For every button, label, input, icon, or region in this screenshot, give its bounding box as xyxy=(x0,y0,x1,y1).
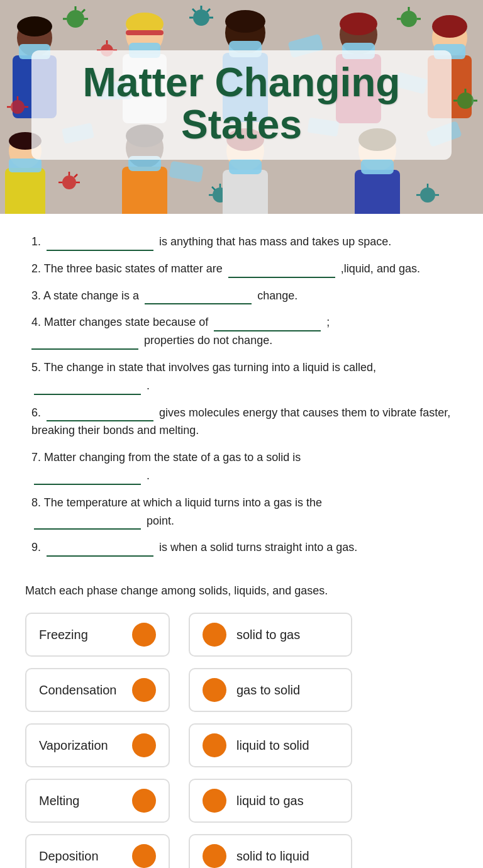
match-grid: Freezing solid to gas Condensation gas t… xyxy=(25,613,458,868)
questions-section: 1. is anything that has mass and takes u… xyxy=(0,214,483,578)
match-card-liquid-to-solid[interactable]: liquid to solid xyxy=(189,723,352,767)
dot-vaporization-left[interactable] xyxy=(132,733,156,757)
svg-point-23 xyxy=(225,10,265,33)
question-7: 7. Matter changing from the state of a g… xyxy=(31,448,452,485)
svg-point-35 xyxy=(340,13,377,35)
gas-to-solid-label: gas to solid xyxy=(236,683,300,698)
q5-text1: 5. The change in state that involves gas… xyxy=(31,361,376,374)
q9-number: 9. xyxy=(31,541,44,554)
q2-number: 2. The three basic states of matter are xyxy=(31,262,226,275)
dot-solid-gas-right[interactable] xyxy=(203,623,226,647)
q7-text1: 7. Matter changing from the state of a g… xyxy=(31,451,301,464)
q5-blank[interactable] xyxy=(34,381,141,395)
header: Matter Changing States xyxy=(0,0,483,214)
q8-text2: point. xyxy=(147,515,174,527)
page-title: Matter Changing States xyxy=(50,62,433,146)
matching-section: Match each phase change among solids, li… xyxy=(0,578,483,868)
liquid-to-solid-label: liquid to solid xyxy=(236,738,309,753)
question-4: 4. Matter changes state because of ; pro… xyxy=(31,313,452,350)
q8-blank[interactable] xyxy=(34,516,141,530)
q7-text2: . xyxy=(147,469,150,482)
dot-liquid-gas-right[interactable] xyxy=(203,789,226,813)
question-9: 9. is when a solid turns straight into a… xyxy=(31,538,452,557)
q4-blank1[interactable] xyxy=(214,318,321,331)
svg-rect-67 xyxy=(223,170,268,214)
dot-solid-liquid-right[interactable] xyxy=(203,844,226,868)
svg-rect-72 xyxy=(361,159,394,174)
svg-point-74 xyxy=(457,92,474,109)
title-box: Matter Changing States xyxy=(31,50,452,160)
match-card-solid-to-liquid[interactable]: solid to liquid xyxy=(189,834,352,868)
match-row-1: Freezing solid to gas xyxy=(25,613,458,657)
deposition-label: Deposition xyxy=(39,849,99,864)
vaporization-label: Vaporization xyxy=(39,738,108,753)
match-card-deposition[interactable]: Deposition xyxy=(25,834,170,868)
svg-rect-49 xyxy=(9,159,42,172)
q1-number: 1. xyxy=(31,235,41,248)
svg-point-39 xyxy=(432,15,467,38)
q2-text: ,liquid, and gas. xyxy=(341,262,420,275)
match-card-condensation[interactable]: Condensation xyxy=(25,668,170,712)
question-2: 2. The three basic states of matter are … xyxy=(31,260,452,278)
svg-point-78 xyxy=(11,100,25,114)
match-row-4: Melting liquid to gas xyxy=(25,779,458,823)
q5-text2: . xyxy=(147,379,150,392)
svg-rect-57 xyxy=(122,167,167,214)
q4-blank2[interactable] xyxy=(31,336,138,350)
q8-text1: 8. The temperature at which a liquid tur… xyxy=(31,496,322,509)
dot-melting-left[interactable] xyxy=(132,789,156,813)
q4-text3: properties do not change. xyxy=(144,334,272,347)
question-6: 6. gives molecules energy that causes th… xyxy=(31,404,452,440)
q1-text: is anything that has mass and takes up s… xyxy=(159,235,391,248)
svg-rect-12 xyxy=(126,30,164,35)
q6-number: 6. xyxy=(31,406,44,419)
q2-blank[interactable] xyxy=(228,264,335,278)
q3-text: change. xyxy=(257,289,297,302)
svg-point-42 xyxy=(401,11,417,27)
match-card-melting[interactable]: Melting xyxy=(25,779,170,823)
condensation-label: Condensation xyxy=(39,683,116,698)
match-row-3: Vaporization liquid to solid xyxy=(25,723,458,767)
q6-blank[interactable] xyxy=(47,408,153,421)
dot-gas-solid-right[interactable] xyxy=(203,678,226,702)
dot-deposition-left[interactable] xyxy=(132,844,156,868)
q9-text: is when a solid turns straight into a ga… xyxy=(159,541,357,554)
liquid-to-gas-label: liquid to gas xyxy=(236,794,304,808)
q1-blank[interactable] xyxy=(47,237,153,251)
dot-freezing-left[interactable] xyxy=(132,623,156,647)
match-row-5: Deposition solid to liquid xyxy=(25,834,458,868)
q3-blank[interactable] xyxy=(145,291,252,304)
q4-text1: 4. Matter changes state because of xyxy=(31,316,211,328)
match-card-liquid-to-gas[interactable]: liquid to gas xyxy=(189,779,352,823)
svg-point-5 xyxy=(67,10,84,28)
q4-text2: ; xyxy=(326,316,330,328)
q9-blank[interactable] xyxy=(47,543,153,557)
match-instruction: Match each phase change among solids, li… xyxy=(25,584,458,598)
solid-to-liquid-label: solid to liquid xyxy=(236,849,309,864)
q7-blank[interactable] xyxy=(34,471,141,485)
question-5: 5. The change in state that involves gas… xyxy=(31,359,452,395)
question-1: 1. is anything that has mass and takes u… xyxy=(31,233,452,251)
question-8: 8. The temperature at which a liquid tur… xyxy=(31,494,452,530)
freezing-label: Freezing xyxy=(39,628,88,642)
svg-rect-68 xyxy=(229,159,262,174)
solid-to-gas-label: solid to gas xyxy=(236,628,300,642)
dot-condensation-left[interactable] xyxy=(132,678,156,702)
svg-point-2 xyxy=(17,16,52,36)
svg-rect-71 xyxy=(355,170,400,214)
dot-liquid-solid-right[interactable] xyxy=(203,733,226,757)
melting-label: Melting xyxy=(39,794,79,808)
match-card-vaporization[interactable]: Vaporization xyxy=(25,723,170,767)
svg-point-50 xyxy=(62,175,76,189)
match-card-solid-to-gas[interactable]: solid to gas xyxy=(189,613,352,657)
question-3: 3. A state change is a change. xyxy=(31,287,452,305)
q3-number: 3. A state change is a xyxy=(31,289,142,302)
match-row-2: Condensation gas to solid xyxy=(25,668,458,712)
match-card-freezing[interactable]: Freezing xyxy=(25,613,170,657)
svg-point-85 xyxy=(420,187,435,203)
match-card-gas-to-solid[interactable]: gas to solid xyxy=(189,668,352,712)
svg-rect-48 xyxy=(5,168,45,214)
